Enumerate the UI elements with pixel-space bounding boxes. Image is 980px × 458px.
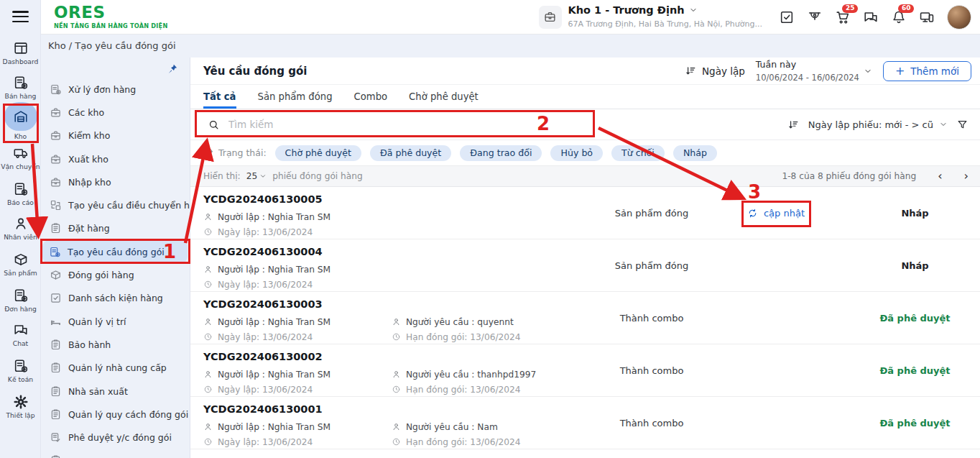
box-out-icon [50,153,62,165]
truck-icon [0,145,41,161]
chip-tu-choi[interactable]: Từ chối [611,145,665,161]
cart-icon[interactable]: 25 [835,9,851,25]
tasks-icon[interactable] [779,9,795,25]
page-size-dropdown[interactable]: 25 [246,171,267,181]
menu-item-dat-hang[interactable]: Đặt hàng [41,217,190,240]
clock-icon [203,280,213,289]
dashboard-icon [0,40,41,56]
sidebar-item-nhan-vien[interactable]: Nhân viên [0,216,41,241]
clock-icon [203,227,213,237]
bell-icon[interactable]: 60 [891,9,907,25]
created-date: Ngày lập: 13/06/2024 [218,227,313,237]
chip-dang-trao-doi[interactable]: Đang trao đổi [460,145,542,161]
menu-item-quan-ly-quy-cach-dong-goi[interactable]: Quản lý quy cách đóng gói [41,403,190,426]
sidebar-item-san-pham[interactable]: Sản phẩm [0,252,41,277]
clipboard-icon [50,408,62,421]
request-type: Sản phẩm đóng [601,187,702,239]
sort-created-control[interactable]: Ngày lập [685,65,745,77]
chip-da-phe-duyet[interactable]: Đã phê duyệt [370,145,451,161]
avatar[interactable] [947,5,971,29]
menu-item-dong-goi-hang[interactable]: Đóng gói hàng [41,263,190,286]
chevron-down-icon [259,173,267,180]
request-code: YCDG202406130004 [203,246,392,262]
creator: Người lập : Nghia Tran SM [218,422,330,432]
hamburger-menu-icon[interactable] [12,11,29,25]
menu-item-tao-yeu-cau-dieu-chuyen[interactable]: Tạo yêu cầu điều chuyển hàng [41,193,190,216]
menu-item-quan-ly-vi-tri[interactable]: Quản lý vị trí [41,310,190,333]
menu-item-phe-duyet-yc-dong-goi[interactable]: Phê duyệt y/c đóng gói [41,426,190,449]
display-label: Hiển thị: [203,171,241,181]
plus-icon: + [895,65,905,77]
filter-funnel-icon[interactable] [956,119,969,131]
approve-icon [50,431,62,444]
menu-item-cac-kho[interactable]: Các kho [41,101,190,124]
sidebar-item-van-chuyen[interactable]: Vận chuyển [0,145,41,170]
date-range-selector[interactable]: Tuần này10/06/2024 - 16/06/2024 [756,59,872,83]
menu-item-bao-hanh[interactable]: Bảo hành [41,333,190,356]
chip-cho-phe-duyet[interactable]: Chờ phê duyệt [275,145,361,161]
pagination-prev-icon[interactable]: ‹ [938,170,942,182]
sort-icon [685,65,697,77]
chip-nhap[interactable]: Nháp [673,145,717,161]
chevron-down-icon [939,120,948,129]
menu-item-danh-sach-kien-hang[interactable]: Danh sách kiện hàng [41,287,190,310]
chip-huy-bo[interactable]: Hủy bỏ [550,145,603,161]
clipboard-icon [50,339,62,351]
menu-item-xu-ly-don-hang[interactable]: Xử lý đơn hàng [41,78,190,101]
camera-icon[interactable] [807,9,823,25]
menu-item-tao-yeu-cau-dong-goi[interactable]: Tạo yêu cầu đóng gói [42,240,188,263]
chat-bubble-icon[interactable] [863,9,879,25]
request-code: YCDG202406130001 [203,403,392,419]
doc-icon [50,83,62,96]
sort-order-dropdown[interactable]: Ngày lập phiếu: mới - > cũ [808,119,948,130]
sidebar-item-thiet-lap[interactable]: Thiết lập [0,394,41,419]
sort-icon[interactable] [787,119,800,131]
status-badge: Đã phê duyệt [850,344,980,397]
person-icon [203,212,213,221]
tab-cho-phe-duyet[interactable]: Chờ phê duyệt [409,85,479,109]
status-badge: Đã phê duyệt [850,292,980,344]
warehouse-selector[interactable]: Kho 1 - Trương Định 67A Trương Định, Hai… [539,4,762,29]
sidebar-item-ke-toan[interactable]: Kế toán [0,358,41,383]
person-icon [392,422,401,431]
page-title: Yêu cầu đóng gói [203,65,307,78]
menu-item-nha-san-xuat[interactable]: Nhà sản xuất [41,380,190,403]
tab-san-pham-dong[interactable]: Sản phẩm đóng [258,85,333,109]
add-new-button[interactable]: +Thêm mới [883,61,971,81]
status-badge: Đã phê duyệt [850,397,980,449]
clock-icon [203,385,213,394]
warehouse-selector-icon [539,6,562,29]
menu-item-quan-ly-nha-cung-cap[interactable]: Quản lý nhà cung cấp [41,357,190,380]
tab-tat-ca[interactable]: Tất cả [203,85,236,109]
list-toolbar: Hiển thị: 25 phiếu đóng gói hàng 1-8 của… [190,165,980,187]
pin-icon[interactable] [167,63,178,75]
menu-item-kiem-kho[interactable]: Kiểm kho [41,124,190,147]
requester: Người yêu cầu : thanhpd1997 [406,370,536,380]
devices-icon[interactable] [919,9,935,25]
menu-item-xuat-kho[interactable]: Xuất kho [41,147,190,170]
kho-submenu-panel: Xử lý đơn hàng Các kho Kiểm kho Xuất kho… [41,58,190,458]
sidebar-item-dashboard[interactable]: Dashboard [0,40,41,65]
packing-request-row[interactable]: YCDG202406130004 Người lập : Nghia Tran … [190,239,980,292]
update-button[interactable]: cập nhật [747,208,805,219]
packing-request-row[interactable]: YCDG202406130002 Người lập : Nghia Tran … [190,344,980,397]
chevron-down-icon [689,6,698,14]
sidebar-item-chat[interactable]: Chat [0,322,41,347]
sidebar-item-don-hang[interactable]: Đơn hàng [0,288,41,313]
menu-item-nhap-kho[interactable]: Nhập kho [41,170,190,193]
packing-request-row[interactable]: YCDG202406130003 Người lập : Nghia Tran … [190,292,980,344]
package-icon [0,252,41,267]
sidebar-item-bao-cao[interactable]: Báo cáo [0,181,41,206]
pagination-next-icon[interactable]: › [964,170,969,182]
packing-request-row[interactable]: YCDG202406130005 Người lập : Nghia Tran … [190,187,980,239]
person-icon [203,265,213,274]
request-type: Thành combo [601,292,702,344]
page-header: Yêu cầu đóng gói Ngày lập Tuần này10/06/… [190,58,980,85]
packing-request-row[interactable]: YCDG202406130001 Người lập : Nghia Tran … [190,397,980,449]
search-input[interactable] [228,119,573,130]
sidebar-item-ban-hang[interactable]: Bán hàng [0,75,41,100]
menu-item-clipped[interactable] [41,449,190,458]
tab-combo[interactable]: Combo [354,85,388,109]
logo-tagline: NỀN TẢNG BÁN HÀNG TOÀN DIỆN [54,22,167,29]
sidebar-item-kho[interactable]: Kho [0,102,41,140]
